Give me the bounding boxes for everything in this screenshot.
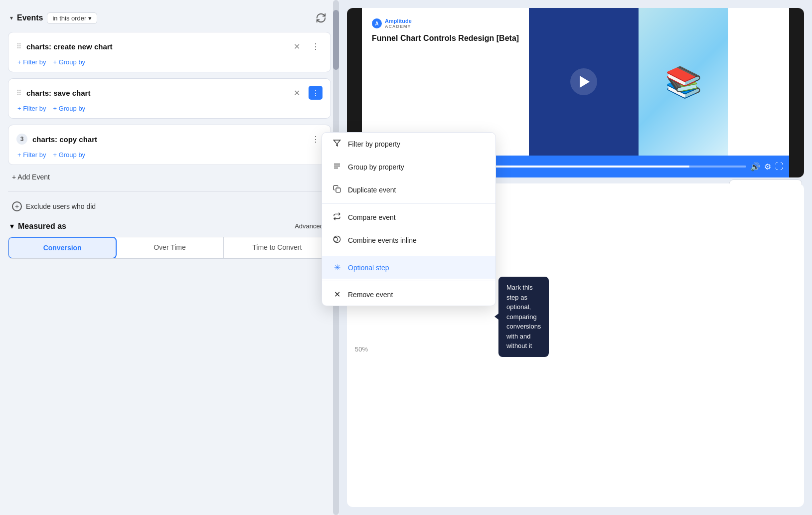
order-dropdown[interactable]: in this order ▾ <box>47 12 97 24</box>
menu-duplicate-label: Duplicate event <box>348 186 396 194</box>
event-menu-1-button[interactable]: ⋮ <box>309 39 323 53</box>
combine-icon <box>332 235 342 245</box>
academy-label: ACADEMY <box>385 24 412 29</box>
menu-compare-label: Compare event <box>348 213 396 221</box>
plus-circle-icon: + <box>12 201 22 211</box>
close-event-1-button[interactable]: ✕ <box>290 39 304 53</box>
events-title: Events <box>17 13 43 22</box>
event-name-3: charts: copy chart <box>32 135 304 144</box>
measured-collapse-icon[interactable]: ▾ <box>10 221 14 231</box>
add-event-button[interactable]: + Add Event <box>8 171 331 183</box>
order-chevron-icon: ▾ <box>88 14 92 22</box>
add-event-label: + Add Event <box>12 173 50 181</box>
drag-handle-1[interactable]: ⠿ <box>16 42 21 50</box>
play-button-area[interactable] <box>529 8 639 156</box>
video-right-bar <box>789 8 804 177</box>
menu-divider-3 <box>322 281 495 281</box>
event-name-2: charts: save chart <box>26 89 285 97</box>
menu-optional-label: Optional step <box>348 264 389 272</box>
drag-handle-2[interactable]: ⠿ <box>16 89 21 97</box>
thumbnail-area: 📚 <box>639 8 728 156</box>
close-event-2-button[interactable]: ✕ <box>290 86 304 100</box>
duplicate-icon <box>332 185 342 195</box>
svg-point-6 <box>333 237 337 241</box>
context-menu: Filter by property Group by property Dup… <box>322 132 496 306</box>
events-collapse-icon[interactable]: ▾ <box>10 14 13 21</box>
menu-filter-label: Filter by property <box>348 140 400 148</box>
chart-percent-label: 50% <box>355 345 368 353</box>
tab-time-to-convert-label: Time to Convert <box>252 243 302 251</box>
remove-icon: ✕ <box>332 290 342 299</box>
group-by-2[interactable]: + Group by <box>53 105 85 112</box>
section-divider <box>8 191 331 191</box>
filter-by-1[interactable]: + Filter by <box>17 58 46 66</box>
menu-item-optional[interactable]: ✳ Optional step <box>322 256 495 279</box>
filter-icon <box>332 139 342 149</box>
settings-icon[interactable]: ⚙ <box>764 162 771 172</box>
video-title: Funnel Chart Controls Redesign [Beta] <box>372 33 519 44</box>
menu-divider-1 <box>322 203 495 204</box>
event-name-1: charts: create new chart <box>26 42 285 51</box>
event-menu-3-button[interactable]: ⋮ <box>309 132 323 146</box>
menu-divider-2 <box>322 254 495 254</box>
menu-item-duplicate[interactable]: Duplicate event <box>322 178 495 201</box>
menu-item-remove[interactable]: ✕ Remove event <box>322 283 495 306</box>
event-menu-2-button[interactable]: ⋮ <box>309 86 323 100</box>
tooltip-text: Mark this step as optional, comparing co… <box>506 284 541 349</box>
event-number-3: 3 <box>16 134 27 145</box>
exclude-users-label: Exclude users who did <box>26 202 96 210</box>
volume-icon[interactable]: 🔊 <box>750 162 760 172</box>
tab-time-to-convert[interactable]: Time to Convert <box>224 237 330 258</box>
tab-over-time[interactable]: Over Time <box>116 237 223 258</box>
svg-rect-4 <box>336 188 340 192</box>
exclude-users-button[interactable]: + Exclude users who did <box>8 199 331 213</box>
measured-as-header: ▾ Measured as Advanced ▾ <box>8 219 331 231</box>
event-card-2: ⠿ charts: save chart ✕ ⋮ + Filter by + G… <box>8 78 331 119</box>
fullscreen-icon[interactable]: ⛶ <box>775 162 783 171</box>
group-icon <box>332 162 342 172</box>
order-label: in this order <box>52 14 86 22</box>
filter-by-3[interactable]: + Filter by <box>17 151 46 159</box>
menu-item-group[interactable]: Group by property <box>322 156 495 178</box>
svg-point-5 <box>333 236 340 242</box>
event-card-1: ⠿ charts: create new chart ✕ ⋮ + Filter … <box>8 32 331 72</box>
svg-marker-0 <box>333 140 340 146</box>
filter-by-2[interactable]: + Filter by <box>17 105 46 112</box>
play-button[interactable] <box>570 68 597 95</box>
tab-conversion[interactable]: Conversion <box>8 237 117 259</box>
measurement-tabs: Conversion Over Time Time to Convert <box>8 237 331 259</box>
logo-text: Amplitude <box>385 18 412 24</box>
left-panel: ▾ Events in this order ▾ ⠿ charts: creat… <box>0 0 339 515</box>
compare-icon <box>332 212 342 222</box>
menu-combine-label: Combine events inline <box>348 236 417 244</box>
amplitude-logo: A Amplitude ACADEMY <box>372 18 519 29</box>
logo-abbr: A <box>375 21 378 26</box>
logo-circle: A <box>372 18 382 28</box>
menu-item-combine[interactable]: Combine events inline <box>322 229 495 252</box>
measured-as-title: Measured as <box>18 222 66 231</box>
optional-step-tooltip: Mark this step as optional, comparing co… <box>498 277 549 357</box>
tab-conversion-label: Conversion <box>43 244 82 252</box>
advanced-label: Advanced <box>295 222 324 230</box>
play-icon <box>580 76 590 88</box>
books-illustration: 📚 <box>665 64 702 100</box>
menu-item-filter[interactable]: Filter by property <box>322 133 495 156</box>
menu-remove-label: Remove event <box>348 291 393 299</box>
group-by-1[interactable]: + Group by <box>53 58 85 66</box>
group-by-3[interactable]: + Group by <box>53 151 85 159</box>
scrollbar-thumb[interactable] <box>333 10 339 70</box>
event-card-3: 3 charts: copy chart ⋮ + Filter by + Gro… <box>8 125 331 165</box>
refresh-icon[interactable] <box>313 10 329 26</box>
tab-over-time-label: Over Time <box>154 243 186 251</box>
optional-icon: ✳ <box>332 263 342 272</box>
events-header: ▾ Events in this order ▾ <box>8 10 331 26</box>
menu-item-compare[interactable]: Compare event <box>322 206 495 229</box>
menu-group-label: Group by property <box>348 163 404 171</box>
